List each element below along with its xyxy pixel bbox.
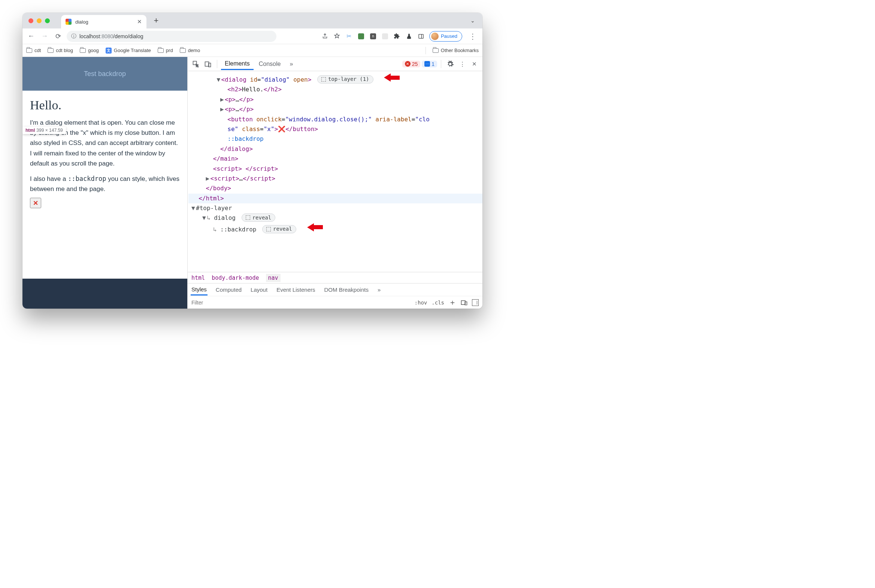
message-count-pill[interactable]: ⋯1: [422, 61, 437, 68]
profile-status: Paused: [441, 33, 457, 39]
close-window-icon[interactable]: [29, 18, 33, 23]
maximize-window-icon[interactable]: [45, 18, 50, 23]
toolbar: ← → ⟳ ⓘ localhost:8080/demo/dialog ✂︎ n …: [23, 28, 482, 44]
crumb-nav[interactable]: nav: [266, 274, 281, 282]
code-backdrop: ::backdrop: [68, 175, 106, 182]
tab-console[interactable]: Console: [255, 58, 285, 70]
crumb-html[interactable]: html: [191, 274, 205, 281]
dialog-element: Hello. I'm a dialog element that is open…: [23, 91, 187, 279]
settings-gear-icon[interactable]: [445, 59, 455, 69]
bookmark-folder-goog[interactable]: goog: [80, 48, 99, 53]
scissors-icon[interactable]: ✂︎: [345, 33, 353, 40]
share-icon[interactable]: [321, 33, 329, 40]
folder-icon: [433, 48, 438, 53]
tab-search-icon[interactable]: ⌄: [467, 15, 479, 26]
reveal-icon: [266, 227, 271, 231]
dialog-close-button[interactable]: ✕: [30, 198, 41, 208]
reveal-icon: [246, 215, 250, 220]
browser-tab[interactable]: dialog ✕: [61, 15, 146, 28]
extensions-puzzle-icon[interactable]: [393, 33, 401, 40]
extension-icon-3[interactable]: [381, 33, 389, 40]
avatar-icon: [431, 33, 438, 40]
browser-window: dialog ✕ + ⌄ ← → ⟳ ⓘ localhost:8080/demo…: [23, 13, 482, 309]
other-bookmarks[interactable]: Other Bookmarks: [433, 48, 479, 53]
folder-icon: [80, 48, 86, 53]
url-path: /demo/dialog: [113, 33, 143, 39]
url-port: :8080: [100, 33, 113, 39]
translate-icon: 文: [106, 48, 112, 54]
tab-computed[interactable]: Computed: [215, 285, 242, 295]
page-banner: Test backdrop: [23, 57, 187, 91]
tab-elements[interactable]: Elements: [221, 58, 254, 70]
bookmarks-bar: cdt cdt blog goog 文Google Translate prd …: [23, 44, 482, 57]
folder-icon: [158, 48, 164, 53]
site-info-icon[interactable]: ⓘ: [71, 33, 77, 40]
rendered-page: Test backdrop html399 × 147.59 Hello. I'…: [23, 57, 187, 309]
annotation-arrow-icon: [307, 223, 323, 231]
chrome-menu-icon[interactable]: ⋮: [467, 32, 479, 41]
tab-strip: dialog ✕ + ⌄: [23, 13, 482, 28]
top-layer-badge[interactable]: top-layer (1): [317, 75, 374, 84]
error-icon: ✕: [405, 61, 411, 67]
tab-close-icon[interactable]: ✕: [137, 18, 142, 25]
tab-event-listeners[interactable]: Event Listeners: [276, 285, 316, 295]
url-host: localhost: [80, 33, 100, 39]
devtools-close-icon[interactable]: ✕: [469, 59, 479, 69]
reveal-badge[interactable]: reveal: [242, 213, 276, 222]
crumb-body[interactable]: body.dark-mode: [212, 274, 259, 281]
profile-chip[interactable]: Paused: [429, 31, 462, 42]
bookmark-folder-cdt-blog[interactable]: cdt blog: [48, 48, 73, 53]
reload-button[interactable]: ⟳: [53, 32, 63, 41]
address-bar[interactable]: ⓘ localhost:8080/demo/dialog: [67, 31, 276, 42]
top-layer-section[interactable]: #top-layer: [196, 204, 232, 212]
reveal-badge[interactable]: reveal: [262, 225, 296, 233]
tooltip-tag: html: [26, 128, 35, 133]
svg-rect-0: [419, 34, 423, 38]
svg-rect-5: [461, 300, 465, 304]
toggle-sidebar-icon[interactable]: [472, 299, 479, 306]
folder-icon: [180, 48, 186, 53]
tab-styles[interactable]: Styles: [191, 284, 207, 296]
hov-toggle[interactable]: :hov: [415, 300, 428, 306]
devtools-menu-icon[interactable]: ⋮: [457, 59, 467, 69]
dom-tree[interactable]: ▼<dialog id="dialog" open> top-layer (1)…: [188, 71, 482, 272]
breadcrumb: html body.dark-mode nav: [188, 272, 482, 283]
inspect-element-icon[interactable]: [191, 59, 201, 69]
message-icon: ⋯: [425, 61, 430, 67]
new-style-rule-icon[interactable]: ＋: [449, 297, 456, 308]
styles-filter-bar: :hov .cls ＋: [188, 296, 482, 309]
back-button[interactable]: ←: [26, 32, 36, 41]
bookmark-google-translate[interactable]: 文Google Translate: [106, 48, 151, 54]
bookmark-folder-prd[interactable]: prd: [158, 48, 173, 53]
labs-icon[interactable]: [405, 33, 413, 40]
reveal-icon: [321, 77, 326, 82]
dialog-paragraph-2: I also have a ::backdrop you can style, …: [30, 174, 180, 194]
bookmark-folder-cdt[interactable]: cdt: [26, 48, 41, 53]
device-toggle-icon[interactable]: [203, 59, 213, 69]
tab-title: dialog: [75, 19, 89, 25]
tab-layout[interactable]: Layout: [250, 285, 268, 295]
window-controls: [29, 18, 50, 23]
minimize-window-icon[interactable]: [37, 18, 42, 23]
tab-more[interactable]: »: [286, 58, 297, 70]
cls-toggle[interactable]: .cls: [432, 300, 444, 306]
new-tab-button[interactable]: +: [151, 16, 161, 26]
extension-icon-1[interactable]: [357, 33, 365, 40]
device-mode-icon[interactable]: [461, 300, 467, 305]
bookmark-star-icon[interactable]: [333, 33, 341, 40]
error-count-pill[interactable]: ✕25: [402, 61, 421, 68]
forward-button: →: [40, 32, 50, 41]
favicon-icon: [66, 19, 72, 25]
styles-tabs: Styles Computed Layout Event Listeners D…: [188, 283, 482, 296]
devtools-panel: Elements Console » ✕25 ⋯1 ⋮ ✕ ▼<dialog i…: [187, 57, 482, 309]
annotation-arrow-icon: [384, 74, 400, 82]
backdrop-pseudo[interactable]: ::backdrop: [227, 135, 263, 142]
inspect-tooltip: html399 × 147.59: [23, 127, 66, 134]
dialog-heading: Hello.: [30, 98, 180, 112]
bookmark-folder-demo[interactable]: demo: [180, 48, 200, 53]
tab-dom-breakpoints[interactable]: DOM Breakpoints: [324, 285, 369, 295]
side-panel-icon[interactable]: [417, 33, 425, 40]
tab-more[interactable]: »: [377, 285, 381, 295]
extension-icon-2[interactable]: n: [369, 33, 377, 40]
styles-filter-input[interactable]: [191, 300, 410, 306]
